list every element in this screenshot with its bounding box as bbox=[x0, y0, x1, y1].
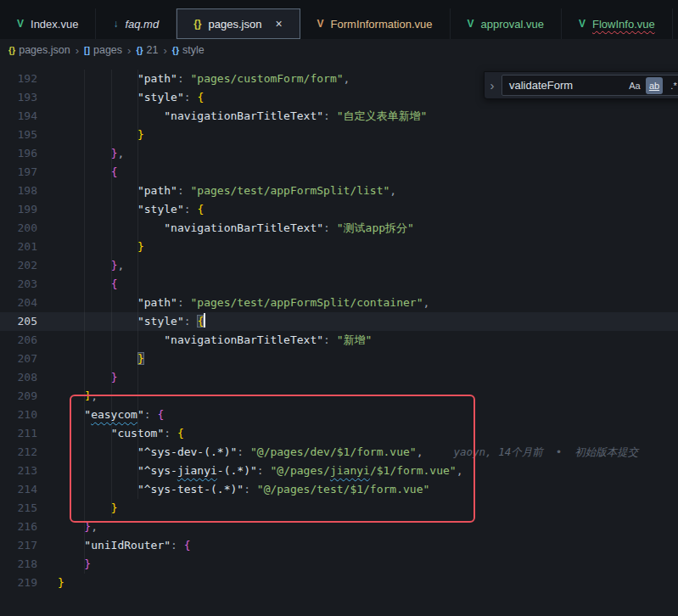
code-text: { bbox=[58, 275, 117, 294]
code-line-212[interactable]: 212 "^sys-dev-(.*)": "@/pages/dev/$1/for… bbox=[0, 443, 678, 462]
find-input-value: validateForm bbox=[509, 79, 624, 92]
code-text: } bbox=[58, 350, 144, 368]
vue-file-icon: V bbox=[317, 18, 324, 30]
code-line-208[interactable]: 208 } bbox=[0, 368, 678, 387]
line-number[interactable]: 192 bbox=[0, 70, 58, 88]
tab-faq.md[interactable]: ↓faq.md bbox=[96, 8, 177, 39]
vue-file-icon: V bbox=[468, 18, 474, 30]
line-number[interactable]: 215 bbox=[0, 499, 58, 518]
code-text: "easycom": { bbox=[58, 406, 164, 424]
code-line-199[interactable]: 199 "style": { bbox=[0, 200, 678, 219]
code-text: }, bbox=[58, 518, 98, 536]
line-number[interactable]: 216 bbox=[0, 518, 58, 536]
code-line-216[interactable]: 216 }, bbox=[0, 518, 678, 536]
tab-label: pages.json bbox=[208, 18, 261, 31]
breadcrumb-item-style[interactable]: {}style bbox=[172, 44, 205, 56]
whole-word-icon[interactable]: ab bbox=[646, 77, 663, 94]
tab-Index.vue[interactable]: VIndex.vue bbox=[0, 8, 96, 39]
code-text: } bbox=[58, 574, 64, 592]
code-line-196[interactable]: 196 }, bbox=[0, 144, 678, 163]
line-number[interactable]: 219 bbox=[0, 574, 58, 592]
line-number[interactable]: 213 bbox=[0, 462, 58, 480]
line-number[interactable]: 198 bbox=[0, 182, 58, 200]
code-line-201[interactable]: 201 } bbox=[0, 238, 678, 256]
line-number[interactable]: 204 bbox=[0, 294, 58, 312]
code-line-210[interactable]: 210 "easycom": { bbox=[0, 406, 678, 424]
code-line-218[interactable]: 218 } bbox=[0, 555, 678, 574]
code-line-206[interactable]: 206 "navigationBarTitleText": "新增" bbox=[0, 331, 678, 350]
tab-label: FormInformation.vue bbox=[331, 18, 433, 31]
toggle-replace-chevron-icon[interactable]: › bbox=[487, 79, 497, 92]
code-line-204[interactable]: 204 "path": "pages/test/appFormSplit/con… bbox=[0, 294, 678, 312]
breadcrumb-item-21[interactable]: {}21 bbox=[136, 44, 158, 56]
line-number[interactable]: 201 bbox=[0, 238, 58, 256]
code-line-209[interactable]: 209 ], bbox=[0, 387, 678, 406]
code-line-205[interactable]: 205 "style": { bbox=[0, 312, 678, 331]
line-number[interactable]: 218 bbox=[0, 555, 58, 574]
tab-label: Index.vue bbox=[31, 18, 78, 31]
code-line-200[interactable]: 200 "navigationBarTitleText": "测试app拆分" bbox=[0, 219, 678, 238]
line-number[interactable]: 195 bbox=[0, 126, 58, 144]
code-line-213[interactable]: 213 "^sys-jianyi-(.*)": "@/pages/jianyi/… bbox=[0, 462, 678, 480]
regex-icon[interactable]: .* bbox=[665, 77, 678, 94]
code-line-202[interactable]: 202 }, bbox=[0, 256, 678, 275]
line-number[interactable]: 203 bbox=[0, 275, 58, 294]
code-line-195[interactable]: 195 } bbox=[0, 126, 678, 144]
line-number[interactable]: 194 bbox=[0, 107, 58, 126]
line-number[interactable]: 200 bbox=[0, 219, 58, 238]
tab-FlowInfo.vue[interactable]: VFlowInfo.vue bbox=[562, 8, 673, 39]
array-symbol-icon: [] bbox=[84, 45, 90, 55]
line-number[interactable]: 212 bbox=[0, 443, 58, 462]
breadcrumb-item-pages[interactable]: []pages bbox=[84, 44, 122, 56]
breadcrumb-label: pages.json bbox=[19, 44, 70, 56]
code-line-203[interactable]: 203 { bbox=[0, 275, 678, 294]
match-case-icon[interactable]: Aa bbox=[626, 77, 643, 94]
line-number[interactable]: 208 bbox=[0, 368, 58, 387]
line-number[interactable]: 199 bbox=[0, 200, 58, 219]
line-number[interactable]: 205 bbox=[0, 312, 58, 331]
find-input[interactable]: validateForm Aa ab .* bbox=[501, 75, 678, 96]
json_file-symbol-icon: {} bbox=[8, 45, 15, 55]
code-line-217[interactable]: 217 "uniIdRouter": { bbox=[0, 536, 678, 555]
line-number[interactable]: 197 bbox=[0, 163, 58, 182]
line-number[interactable]: 211 bbox=[0, 424, 58, 443]
object-symbol-icon: {} bbox=[172, 45, 179, 55]
code-line-194[interactable]: 194 "navigationBarTitleText": "自定义表单新增" bbox=[0, 107, 678, 126]
vue-file-icon: V bbox=[17, 18, 24, 30]
code-text: } bbox=[58, 368, 117, 387]
breadcrumb-label: 21 bbox=[147, 44, 159, 56]
line-number[interactable]: 206 bbox=[0, 331, 58, 350]
code-line-215[interactable]: 215 } bbox=[0, 499, 678, 518]
code-line-214[interactable]: 214 "^sys-test-(.*)": "@/pages/test/$1/f… bbox=[0, 480, 678, 499]
code-line-197[interactable]: 197 { bbox=[0, 163, 678, 182]
find-widget: › validateForm Aa ab .* bbox=[484, 71, 678, 99]
code-text: "style": { bbox=[58, 312, 205, 331]
tab-FormInformation.vue[interactable]: VFormInformation.vue bbox=[300, 8, 451, 39]
code-line-207[interactable]: 207 } bbox=[0, 350, 678, 368]
tab-approval.vue[interactable]: Vapproval.vue bbox=[451, 8, 562, 39]
code-text: "uniIdRouter": { bbox=[58, 536, 191, 555]
line-number[interactable]: 210 bbox=[0, 406, 58, 424]
line-number[interactable]: 214 bbox=[0, 480, 58, 499]
code-line-219[interactable]: 219} bbox=[0, 574, 678, 592]
line-number[interactable]: 196 bbox=[0, 144, 58, 163]
json-file-icon: {} bbox=[193, 18, 201, 30]
code-line-198[interactable]: 198 "path": "pages/test/appFormSplit/lis… bbox=[0, 182, 678, 200]
line-number[interactable]: 209 bbox=[0, 387, 58, 406]
line-number[interactable]: 193 bbox=[0, 88, 58, 107]
breadcrumb-item-pages.json[interactable]: {}pages.json bbox=[8, 44, 70, 56]
text-cursor bbox=[204, 313, 205, 328]
editor[interactable]: 192 "path": "pages/customForm/form",193 … bbox=[0, 61, 678, 616]
code-text: } bbox=[58, 499, 117, 518]
code-text: { bbox=[58, 163, 117, 182]
breadcrumb-separator-icon: › bbox=[75, 44, 80, 57]
code-text: } bbox=[58, 126, 144, 144]
vue-file-icon: V bbox=[579, 18, 586, 30]
line-number[interactable]: 202 bbox=[0, 256, 58, 275]
close-tab-icon[interactable]: × bbox=[275, 17, 282, 31]
breadcrumb-separator-icon: › bbox=[126, 44, 132, 57]
line-number[interactable]: 207 bbox=[0, 350, 58, 368]
tab-pages.json[interactable]: {}pages.json× bbox=[177, 8, 300, 39]
line-number[interactable]: 217 bbox=[0, 536, 58, 555]
code-line-211[interactable]: 211 "custom": { bbox=[0, 424, 678, 443]
